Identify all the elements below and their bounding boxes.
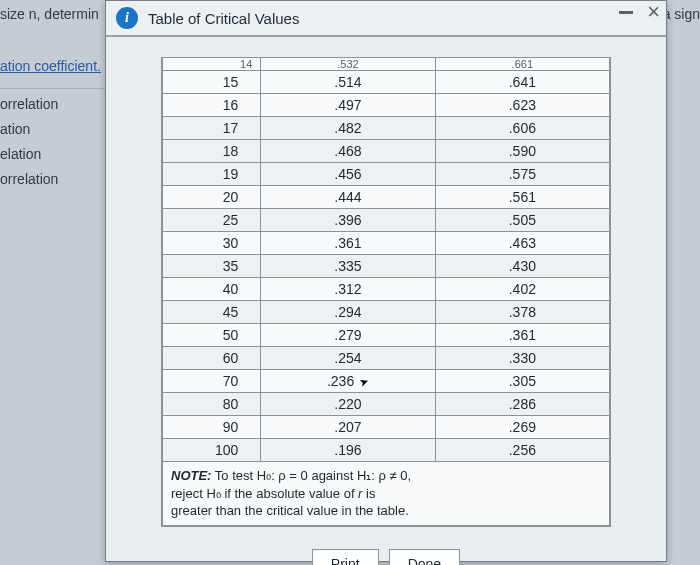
- table-cell-b: .590: [435, 140, 609, 163]
- critical-values-table: 14.532.66115.514.64116.497.62317.482.606…: [161, 57, 611, 527]
- table-row: 35.335.430: [163, 255, 610, 278]
- table-cell-b: .430: [435, 255, 609, 278]
- bg-side-3: elation: [0, 146, 41, 162]
- table-row: 25.396.505: [163, 209, 610, 232]
- table-cell-a: .279: [261, 324, 435, 347]
- table-cell-b: .505: [435, 209, 609, 232]
- table-row: 100.196.256: [163, 439, 610, 462]
- table-cell-n: 20: [163, 186, 261, 209]
- table-cell-a: .220: [261, 393, 435, 416]
- table-cell-n: 80: [163, 393, 261, 416]
- info-icon: i: [116, 7, 138, 29]
- table-cell-n: 19: [163, 163, 261, 186]
- table-cell-b: .286: [435, 393, 609, 416]
- table-cell-a: .456: [261, 163, 435, 186]
- table-cell-a: .482: [261, 117, 435, 140]
- table-cell-a: .444: [261, 186, 435, 209]
- table-cell-b: .561: [435, 186, 609, 209]
- table-cell-n: 70: [163, 370, 261, 393]
- table-cell-a: .497: [261, 94, 435, 117]
- table-cell-n: 35: [163, 255, 261, 278]
- table-cell: 14: [163, 58, 261, 71]
- table-cell-n: 40: [163, 278, 261, 301]
- table-row: 30.361.463: [163, 232, 610, 255]
- table-row: 70.236 ➤.305: [163, 370, 610, 393]
- table-cell-b: .402: [435, 278, 609, 301]
- table-row: 19.456.575: [163, 163, 610, 186]
- table-cell-a: .361: [261, 232, 435, 255]
- table-cell-b: .378: [435, 301, 609, 324]
- table-cell-n: 25: [163, 209, 261, 232]
- table-row: 50.279.361: [163, 324, 610, 347]
- dialog: i Table of Critical Values × 14.532.6611…: [105, 0, 667, 562]
- bg-top-left: size n, determin: [0, 6, 99, 22]
- close-icon[interactable]: ×: [647, 5, 660, 19]
- table-cell-a: .196: [261, 439, 435, 462]
- table-cell-a: .254: [261, 347, 435, 370]
- table-cell-b: .606: [435, 117, 609, 140]
- table-cell-b: .463: [435, 232, 609, 255]
- button-row: Print Done: [161, 549, 611, 565]
- table-cell-n: 17: [163, 117, 261, 140]
- table-cell-a: .207: [261, 416, 435, 439]
- bg-link[interactable]: ation coefficient.: [0, 58, 101, 74]
- dialog-body: 14.532.66115.514.64116.497.62317.482.606…: [106, 37, 666, 565]
- table-cell-a: .468: [261, 140, 435, 163]
- table-row: 40.312.402: [163, 278, 610, 301]
- table-cell-b: .361: [435, 324, 609, 347]
- table-cell: .661: [435, 58, 609, 71]
- table-cell-n: 16: [163, 94, 261, 117]
- dialog-header: i Table of Critical Values ×: [106, 1, 666, 37]
- table-row: 16.497.623: [163, 94, 610, 117]
- table-note: NOTE: To test H₀: ρ = 0 against H₁: ρ ≠ …: [163, 462, 610, 526]
- table-cell-a: .236 ➤: [261, 370, 435, 393]
- table-cell-n: 50: [163, 324, 261, 347]
- table-cell-n: 100: [163, 439, 261, 462]
- table-row: 80.220.286: [163, 393, 610, 416]
- table-cell-b: .641: [435, 71, 609, 94]
- table-cell-b: .305: [435, 370, 609, 393]
- table-cell-b: .269: [435, 416, 609, 439]
- table-cell: .532: [261, 58, 435, 71]
- table-cell-a: .396: [261, 209, 435, 232]
- table-cell-a: .294: [261, 301, 435, 324]
- table-cell-a: .312: [261, 278, 435, 301]
- table-row: 17.482.606: [163, 117, 610, 140]
- table-cell-a: .514: [261, 71, 435, 94]
- table-row: 60.254.330: [163, 347, 610, 370]
- table-cell-b: .623: [435, 94, 609, 117]
- table-row: 15.514.641: [163, 71, 610, 94]
- table-row: 45.294.378: [163, 301, 610, 324]
- table-row: 90.207.269: [163, 416, 610, 439]
- table-cell-n: 60: [163, 347, 261, 370]
- table-cell-b: .330: [435, 347, 609, 370]
- table-cell-n: 90: [163, 416, 261, 439]
- table-cell-b: .575: [435, 163, 609, 186]
- dialog-title: Table of Critical Values: [148, 10, 299, 27]
- table-row: 20.444.561: [163, 186, 610, 209]
- table-cell-b: .256: [435, 439, 609, 462]
- divider: [0, 88, 105, 89]
- table-row: 18.468.590: [163, 140, 610, 163]
- table-cell-a: .335: [261, 255, 435, 278]
- bg-side-4: orrelation: [0, 171, 58, 187]
- done-button[interactable]: Done: [389, 549, 460, 565]
- table-cell-n: 45: [163, 301, 261, 324]
- print-button[interactable]: Print: [312, 549, 379, 565]
- table-cell-n: 30: [163, 232, 261, 255]
- bg-side-1: orrelation: [0, 96, 58, 112]
- table-cell-n: 18: [163, 140, 261, 163]
- bg-side-2: ation: [0, 121, 30, 137]
- minimize-icon[interactable]: [619, 11, 633, 14]
- table-cell-n: 15: [163, 71, 261, 94]
